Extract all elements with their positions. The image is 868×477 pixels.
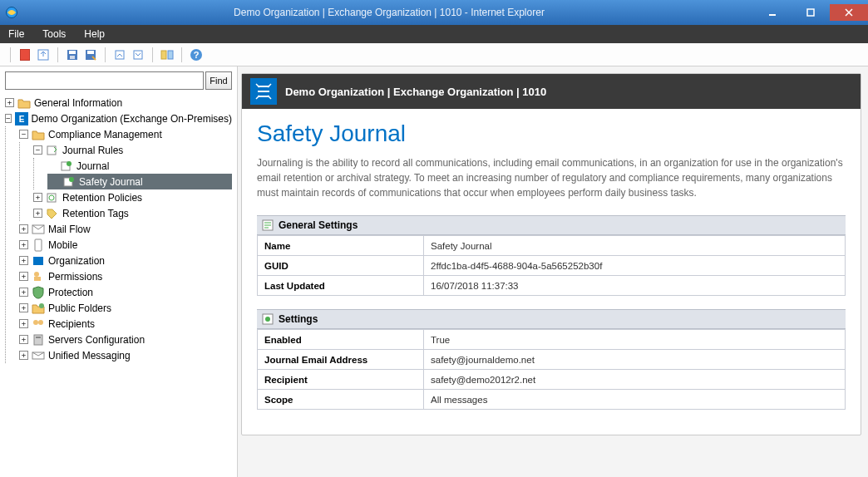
window-close-button[interactable] — [830, 4, 868, 21]
svg-text:?: ? — [194, 50, 200, 60]
table-row: NameSafety Journal — [258, 236, 846, 256]
tree-node-permissions[interactable]: +Permissions — [19, 268, 232, 284]
table-row: EnabledTrue — [258, 330, 846, 350]
search-input[interactable] — [5, 71, 204, 90]
window-title: Demo Organization | Exchange Organizatio… — [25, 7, 753, 18]
toolbar: ? — [0, 43, 868, 66]
svg-rect-12 — [134, 51, 142, 59]
svg-rect-30 — [34, 277, 41, 281]
svg-rect-10 — [87, 51, 94, 54]
svg-point-21 — [67, 161, 72, 166]
svg-point-32 — [33, 320, 38, 325]
tree-node-servers-config[interactable]: +Servers Configuration — [19, 332, 232, 347]
svg-rect-8 — [70, 56, 75, 59]
page-description: Journaling is the ability to record all … — [257, 155, 846, 200]
content-panel: Demo Organization | Exchange Organizatio… — [238, 66, 868, 477]
folder-icon — [17, 96, 31, 110]
section-general-settings: General Settings — [257, 215, 846, 235]
permissions-icon — [32, 270, 45, 283]
svg-rect-1 — [769, 14, 776, 16]
window-titlebar: Demo Organization | Exchange Organizatio… — [0, 0, 868, 25]
page-title: Safety Journal — [257, 120, 846, 147]
content-header-title: Demo Organization | Exchange Organizatio… — [285, 86, 546, 98]
server-icon — [32, 333, 45, 347]
tree-node-protection[interactable]: +Protection — [19, 284, 232, 300]
mobile-icon — [32, 238, 45, 252]
window-minimize-button[interactable] — [753, 4, 792, 21]
navigation-tree[interactable]: + General Information − E Demo Organizat… — [5, 95, 232, 472]
settings-table: EnabledTrue Journal Email Addresssafety@… — [257, 329, 846, 410]
menubar: File Tools Help — [0, 25, 868, 43]
svg-rect-11 — [116, 51, 124, 59]
table-row: Recipientsafety@demo2012r2.net — [258, 370, 846, 390]
tree-node-retention-tags[interactable]: + Retention Tags — [33, 205, 232, 221]
menu-tools[interactable]: Tools — [42, 28, 66, 40]
table-row: Last Updated16/07/2018 11:37:33 — [258, 276, 846, 296]
svg-rect-4 — [21, 50, 29, 60]
tree-node-organization[interactable]: +Organization — [19, 253, 232, 268]
tree-node-demo-org[interactable]: − E Demo Organization (Exchange On-Premi… — [5, 111, 232, 126]
svg-rect-2 — [807, 9, 814, 16]
general-settings-table: NameSafety Journal GUID2ffdc1ba-d4f5-468… — [257, 235, 846, 296]
help-icon[interactable]: ? — [189, 47, 204, 62]
svg-text:E: E — [18, 115, 24, 124]
recipients-icon — [32, 317, 45, 331]
mail-icon — [32, 223, 45, 236]
org-icon — [32, 254, 45, 268]
shield-icon — [32, 286, 45, 299]
ie-icon — [5, 6, 18, 19]
svg-rect-13 — [161, 51, 166, 59]
menu-help[interactable]: Help — [84, 28, 105, 40]
collapse-all-icon[interactable] — [112, 47, 127, 62]
public-folder-icon — [32, 302, 45, 315]
tree-node-retention-policies[interactable]: + Retention Policies — [33, 189, 232, 205]
tree-node-safety-journal[interactable]: Safety Journal — [47, 174, 232, 189]
compare-icon[interactable] — [160, 47, 175, 62]
unified-msg-icon — [32, 349, 45, 362]
tree-node-public-folders[interactable]: +Public Folders — [19, 300, 232, 316]
folder-icon — [32, 128, 45, 141]
content-header: Demo Organization | Exchange Organizatio… — [242, 74, 861, 109]
tree-node-unified-messaging[interactable]: +Unified Messaging — [19, 347, 232, 363]
tree-node-mail-flow[interactable]: +Mail Flow — [19, 221, 232, 237]
svg-point-31 — [39, 303, 44, 308]
svg-rect-28 — [33, 257, 43, 265]
find-button[interactable]: Find — [205, 71, 232, 90]
table-row: ScopeAll messages — [258, 390, 846, 410]
table-row: Journal Email Addresssafety@journaldemo.… — [258, 350, 846, 370]
section-settings: Settings — [257, 309, 846, 329]
svg-point-33 — [38, 320, 43, 325]
svg-rect-14 — [168, 51, 173, 59]
navigation-panel: Find + General Information − E Demo Orga… — [0, 66, 238, 477]
tree-node-compliance[interactable]: − Compliance Management — [19, 126, 232, 142]
tags-icon — [46, 207, 59, 220]
svg-rect-7 — [69, 51, 76, 54]
svg-point-23 — [69, 177, 74, 182]
pdf-icon[interactable] — [17, 47, 32, 62]
save-as-icon[interactable] — [83, 47, 98, 62]
exchange-icon: E — [15, 112, 28, 125]
svg-rect-27 — [35, 239, 42, 251]
settings-icon — [262, 313, 274, 325]
tree-node-recipients[interactable]: +Recipients — [19, 316, 232, 332]
tree-node-journal-rules[interactable]: − Journal Rules — [33, 142, 232, 158]
settings-icon — [262, 219, 274, 231]
save-icon[interactable] — [65, 47, 80, 62]
export-icon[interactable] — [36, 47, 51, 62]
svg-rect-34 — [34, 335, 42, 345]
expand-all-icon[interactable] — [131, 47, 145, 62]
journal-rules-icon — [46, 144, 59, 157]
window-maximize-button[interactable] — [792, 4, 830, 21]
tree-node-general-info[interactable]: + General Information — [5, 95, 232, 111]
svg-point-40 — [265, 317, 270, 322]
exchange-logo-icon — [250, 78, 277, 105]
svg-point-29 — [34, 272, 39, 277]
menu-file[interactable]: File — [8, 28, 24, 40]
tree-node-mobile[interactable]: +Mobile — [19, 237, 232, 253]
table-row: GUID2ffdc1ba-d4f5-4688-904a-5a565252b30f — [258, 256, 846, 276]
tree-node-journal[interactable]: Journal — [47, 158, 232, 174]
journal-icon — [60, 160, 73, 173]
journal-icon — [62, 175, 76, 189]
svg-rect-35 — [36, 337, 41, 338]
retention-icon — [46, 191, 59, 204]
